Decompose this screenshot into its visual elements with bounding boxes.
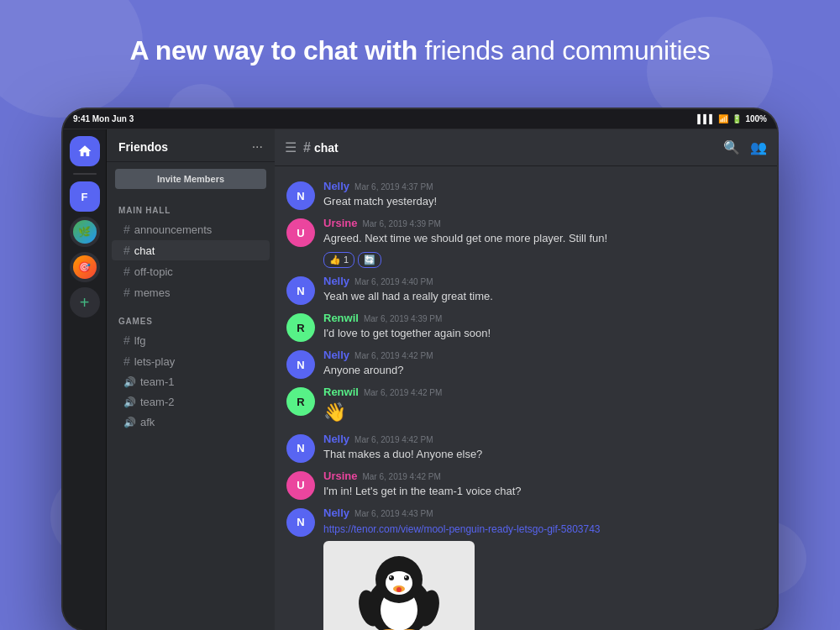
message-username: Ursine	[323, 217, 357, 229]
message-username: Nelly	[323, 275, 349, 287]
message-content: Nelly Mar 6, 2019 4:37 PM Great match ye…	[323, 180, 765, 209]
message-text: Yeah we all had a really great time.	[323, 289, 765, 304]
members-icon[interactable]: 👥	[750, 139, 767, 155]
avatar: N	[286, 181, 315, 210]
search-icon[interactable]: 🔍	[723, 139, 740, 155]
avatar: N	[286, 276, 315, 305]
message-text: I'm in! Let's get in the team-1 voice ch…	[323, 484, 765, 499]
channel-chat[interactable]: # chat	[112, 240, 270, 260]
status-time: 9:41 Mon Jun 3	[73, 114, 134, 123]
avatar: U	[286, 471, 315, 500]
channel-afk[interactable]: 🔊 afk	[112, 412, 270, 432]
message-row: N Nelly Mar 6, 2019 4:40 PM Yeah we all …	[275, 271, 777, 308]
message-username: Nelly	[323, 507, 349, 519]
server-header[interactable]: Friendos ···	[107, 129, 275, 162]
message-text: 👋	[323, 400, 765, 426]
reaction-refresh[interactable]: 🔄	[358, 252, 381, 268]
message-content: Ursine Mar 6, 2019 4:39 PM Agreed. Next …	[323, 217, 765, 268]
channel-lets-play[interactable]: # lets-play	[112, 351, 270, 371]
headline-bold: A new way to chat with	[129, 35, 417, 66]
message-username: Renwil	[323, 312, 359, 324]
message-row: N Nelly Mar 6, 2019 4:42 PM That makes a…	[275, 429, 777, 466]
message-timestamp: Mar 6, 2019 4:42 PM	[364, 388, 442, 397]
signal-icon: ▌▌▌	[697, 114, 715, 123]
games-section: GAMES # lfg # lets-play 🔊 team-1 🔊 team-…	[107, 307, 275, 436]
message-username: Nelly	[323, 349, 349, 361]
icon-rail: F 🌿 🎯 +	[63, 129, 107, 630]
avatar: N	[286, 350, 315, 379]
avatar: R	[286, 387, 315, 416]
channel-off-topic[interactable]: # off-topic	[112, 261, 270, 281]
chat-header-left: ☰ # chat	[285, 139, 339, 155]
chat-header: ☰ # chat 🔍 👥	[275, 129, 777, 166]
message-row: R Renwil Mar 6, 2019 4:42 PM 👋	[275, 382, 777, 429]
reaction-thumbsup[interactable]: 👍 1	[323, 252, 354, 268]
message-row: U Ursine Mar 6, 2019 4:42 PM I'm in! Let…	[275, 466, 777, 503]
speaker-icon: 🔊	[123, 376, 136, 388]
message-link[interactable]: https://tenor.com/view/mool-penguin-read…	[323, 523, 601, 535]
message-row: R Renwil Mar 6, 2019 4:39 PM I'd love to…	[275, 308, 777, 345]
channel-announcements[interactable]: # announcements	[112, 219, 270, 239]
messages-list: N Nelly Mar 6, 2019 4:37 PM Great match …	[275, 166, 777, 630]
hash-icon: #	[123, 286, 130, 299]
chat-header-right: 🔍 👥	[723, 139, 767, 155]
message-content: Nelly Mar 6, 2019 4:43 PM https://tenor.…	[323, 507, 765, 630]
headline-normal: friends and communities	[425, 35, 711, 66]
battery-icon: 🔋	[732, 114, 742, 123]
channel-hash-icon: #	[303, 140, 311, 155]
avatar: R	[286, 313, 315, 342]
message-content: Renwil Mar 6, 2019 4:42 PM 👋	[323, 386, 765, 426]
message-content: Nelly Mar 6, 2019 4:42 PM That makes a d…	[323, 433, 765, 462]
message-content: Nelly Mar 6, 2019 4:40 PM Yeah we all ha…	[323, 275, 765, 304]
hamburger-icon[interactable]: ☰	[285, 139, 297, 155]
server-options-icon[interactable]: ···	[252, 139, 263, 155]
hash-icon: #	[123, 265, 130, 278]
speaker-icon: 🔊	[123, 396, 136, 408]
channel-memes[interactable]: # memes	[112, 282, 270, 302]
wifi-icon: 📶	[718, 114, 728, 123]
rail-friendos[interactable]: F	[70, 181, 100, 212]
message-timestamp: Mar 6, 2019 4:39 PM	[362, 219, 440, 228]
app-layout: F 🌿 🎯 + Friendos ··· Invite Members MAIN…	[63, 129, 777, 630]
avatar: N	[286, 434, 315, 463]
hash-icon: #	[123, 333, 130, 347]
hash-icon: #	[123, 244, 130, 257]
message-timestamp: Mar 6, 2019 4:39 PM	[364, 314, 442, 323]
message-username: Renwil	[323, 386, 359, 398]
main-hall-section: MAIN HALL # announcements # chat # off-t…	[107, 196, 275, 307]
rail-home[interactable]	[70, 136, 100, 166]
message-timestamp: Mar 6, 2019 4:42 PM	[354, 435, 433, 444]
message-row: N Nelly Mar 6, 2019 4:43 PM https://teno…	[275, 503, 777, 630]
message-text: I'd love to get together again soon!	[323, 326, 765, 341]
rail-divider	[73, 173, 97, 175]
rail-sims[interactable]: 🌿	[70, 217, 100, 247]
server-name: Friendos	[118, 140, 168, 154]
server-sidebar: Friendos ··· Invite Members MAIN HALL # …	[107, 129, 275, 630]
message-timestamp: Mar 6, 2019 4:42 PM	[362, 472, 440, 481]
channel-team-2[interactable]: 🔊 team-2	[112, 392, 270, 412]
message-row: U Ursine Mar 6, 2019 4:39 PM Agreed. Nex…	[275, 213, 777, 271]
message-text: That makes a duo! Anyone else?	[323, 447, 765, 462]
status-icons: ▌▌▌ 📶 🔋 100%	[697, 114, 767, 123]
svg-point-11	[405, 576, 407, 578]
chat-area: ☰ # chat 🔍 👥 N Nelly	[275, 129, 777, 630]
message-timestamp: Mar 6, 2019 4:43 PM	[354, 509, 433, 518]
svg-point-8	[390, 576, 391, 578]
invite-members-button[interactable]: Invite Members	[115, 169, 266, 189]
rail-target[interactable]: 🎯	[70, 252, 100, 282]
rail-add[interactable]: +	[70, 287, 100, 318]
channel-team-1[interactable]: 🔊 team-1	[112, 372, 270, 391]
message-timestamp: Mar 6, 2019 4:40 PM	[354, 277, 433, 286]
message-content: Ursine Mar 6, 2019 4:42 PM I'm in! Let's…	[323, 470, 765, 499]
message-username: Ursine	[323, 470, 357, 482]
message-content: Renwil Mar 6, 2019 4:39 PM I'd love to g…	[323, 312, 765, 341]
status-bar: 9:41 Mon Jun 3 ▌▌▌ 📶 🔋 100%	[63, 109, 777, 129]
channel-lfg[interactable]: # lfg	[112, 330, 270, 350]
message-row: N Nelly Mar 6, 2019 4:42 PM Anyone aroun…	[275, 345, 777, 382]
message-text: Great match yesterday!	[323, 194, 765, 209]
message-timestamp: Mar 6, 2019 4:37 PM	[354, 182, 433, 192]
message-content: Nelly Mar 6, 2019 4:42 PM Anyone around?	[323, 349, 765, 378]
message-username: Nelly	[323, 180, 349, 192]
avatar: U	[286, 218, 315, 247]
main-hall-label: MAIN HALL	[107, 196, 275, 218]
